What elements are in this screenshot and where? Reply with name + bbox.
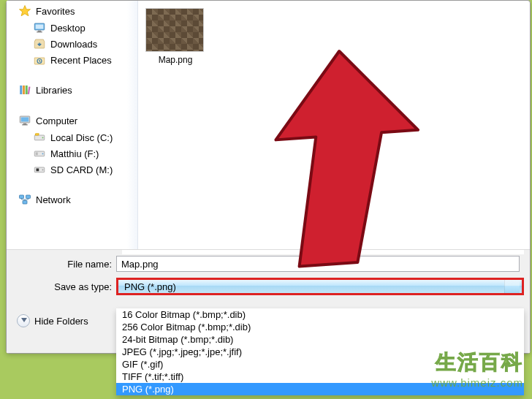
usb-drive-icon (33, 147, 46, 160)
savetype-row: Save as type: PNG (*.png) Monochrome Bit… (7, 278, 530, 295)
nav-item-recent-places[interactable]: Recent Places (7, 52, 137, 68)
savetype-option[interactable]: PNG (*.png) (116, 383, 524, 395)
libraries-label: Libraries (36, 85, 72, 96)
nav-item-downloads[interactable]: Downloads (7, 36, 137, 52)
savetype-option[interactable]: 24-bit Bitmap (*.bmp;*.dib) (116, 333, 524, 346)
filename-label: File name: (7, 259, 116, 270)
svg-rect-13 (22, 124, 28, 125)
nav-item-label: SD CARD (M:) (50, 164, 113, 175)
svg-rect-2 (36, 25, 44, 29)
savetype-option[interactable]: JPEG (*.jpg;*.jpeg;*.jpe;*.jfif) (116, 346, 524, 358)
svg-rect-4 (37, 31, 42, 32)
nav-item-label: Local Disc (C:) (50, 132, 113, 143)
filename-input[interactable] (116, 256, 520, 272)
desktop-icon (33, 21, 46, 34)
savetype-combobox[interactable]: PNG (*.png) (116, 278, 524, 295)
network-icon (18, 193, 31, 206)
svg-rect-24 (26, 195, 31, 199)
svg-rect-9 (28, 86, 31, 94)
hide-folders-label: Hide Folders (34, 316, 88, 327)
chevron-down-icon (17, 314, 30, 327)
savetype-option[interactable]: 16 Color Bitmap (*.bmp;*.dib) (116, 308, 524, 321)
svg-rect-25 (23, 201, 27, 205)
svg-rect-12 (23, 123, 27, 125)
savetype-label: Save as type: (7, 281, 116, 292)
svg-rect-8 (26, 86, 28, 94)
navigation-pane[interactable]: Favorites Desktop Downloads Recent Place… (7, 1, 138, 249)
favorites-label: Favorites (36, 6, 75, 17)
svg-rect-21 (37, 169, 39, 172)
svg-marker-0 (20, 6, 31, 16)
svg-rect-23 (20, 195, 24, 199)
nav-item-drive-m[interactable]: SD CARD (M:) (7, 162, 137, 178)
savetype-option[interactable]: TIFF (*.tif;*.tiff) (116, 370, 524, 383)
nav-item-label: Desktop (50, 23, 86, 34)
savetype-value: PNG (*.png) (124, 281, 176, 292)
svg-rect-11 (21, 118, 29, 122)
favorites-header[interactable]: Favorites (7, 2, 137, 20)
computer-header[interactable]: Computer (7, 112, 137, 129)
savetype-option[interactable]: GIF (*.gif) (116, 358, 524, 370)
libraries-header[interactable]: Libraries (7, 81, 137, 99)
sd-card-icon (33, 163, 46, 176)
network-header[interactable]: Network (7, 191, 137, 208)
libraries-icon (18, 83, 31, 96)
svg-rect-3 (38, 31, 42, 32)
nav-item-local-disc-c[interactable]: Local Disc (C:) (7, 129, 137, 145)
savetype-option[interactable]: 256 Color Bitmap (*.bmp;*.dib) (116, 321, 524, 333)
nav-item-desktop[interactable]: Desktop (7, 20, 137, 36)
svg-point-22 (42, 169, 44, 170)
downloads-icon (33, 37, 46, 50)
file-thumbnail (145, 8, 204, 52)
nav-item-label: Recent Places (50, 55, 112, 66)
nav-item-drive-f[interactable]: Matthiu (F:) (7, 145, 137, 162)
network-label: Network (36, 194, 71, 205)
computer-icon (18, 114, 31, 127)
svg-rect-16 (35, 134, 39, 135)
savetype-dropdown-list[interactable]: 16 Color Bitmap (*.bmp;*.dib)256 Color B… (116, 308, 524, 395)
svg-rect-6 (20, 86, 22, 94)
svg-rect-7 (23, 86, 25, 94)
nav-item-label: Downloads (50, 39, 97, 50)
filename-row: File name: (7, 256, 530, 272)
file-item-map[interactable]: Map.png (145, 8, 205, 65)
svg-point-15 (42, 137, 44, 138)
file-list-pane[interactable]: Map.png (138, 1, 530, 249)
dialog-bottom-panel: File name: Save as type: PNG (*.png) Mon… (7, 249, 530, 353)
recent-places-icon (33, 53, 46, 66)
star-icon (18, 4, 31, 18)
nav-item-label: Matthiu (F:) (50, 148, 99, 159)
svg-point-19 (42, 153, 44, 154)
drive-icon (33, 131, 46, 144)
computer-label: Computer (36, 115, 77, 126)
save-as-dialog: Favorites Desktop Downloads Recent Place… (6, 0, 531, 354)
dialog-main-area: Favorites Desktop Downloads Recent Place… (7, 1, 530, 249)
svg-rect-18 (36, 153, 38, 156)
hide-folders-button[interactable]: Hide Folders (17, 314, 88, 327)
file-thumbnail-label: Map.png (145, 55, 205, 65)
